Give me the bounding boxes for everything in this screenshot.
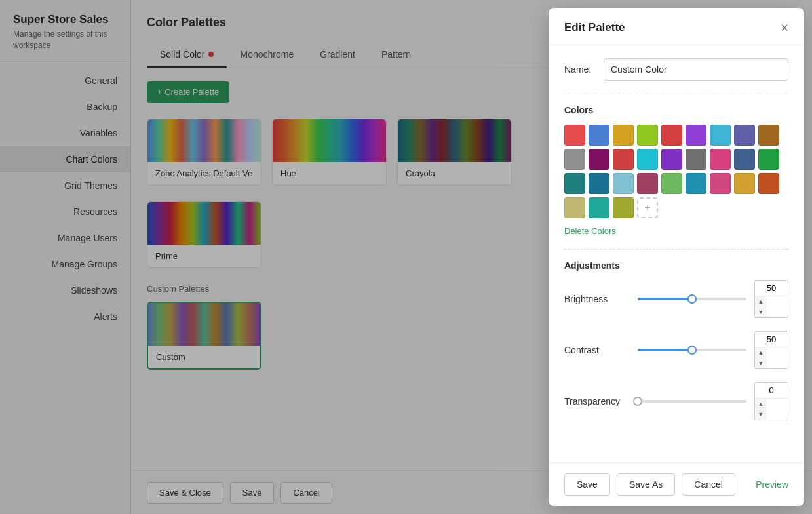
brightness-track [638, 298, 746, 300]
color-swatch-6[interactable] [686, 125, 706, 146]
color-swatch-27[interactable] [758, 173, 779, 194]
transparency-arrows: ▲ ▼ [755, 399, 788, 420]
brightness-down-arrow[interactable]: ▼ [755, 307, 767, 317]
color-swatch-29[interactable] [589, 197, 609, 218]
contrast-value-box: ▲ ▼ [754, 331, 788, 369]
color-swatch-2[interactable] [589, 125, 609, 146]
adjustments-section: Adjustments Brightness ▲ ▼ Contr [564, 260, 788, 420]
color-swatch-20[interactable] [589, 173, 609, 194]
contrast-down-arrow[interactable]: ▼ [755, 358, 767, 368]
color-swatch-5[interactable] [661, 125, 682, 146]
color-swatch-18[interactable] [758, 149, 779, 170]
color-swatch-17[interactable] [734, 149, 755, 170]
color-swatch-4[interactable] [637, 125, 658, 146]
modal-cancel-button[interactable]: Cancel [682, 473, 735, 496]
color-swatch-22[interactable] [637, 173, 658, 194]
transparency-label: Transparency [564, 396, 630, 406]
divider-1 [564, 94, 788, 94]
name-field-row: Name: [564, 58, 788, 81]
modal-header: Edit Palette × [549, 8, 804, 45]
color-swatch-10[interactable] [564, 149, 585, 170]
color-swatch-13[interactable] [637, 149, 658, 170]
color-swatch-7[interactable] [710, 125, 731, 146]
contrast-up-arrow[interactable]: ▲ [755, 347, 767, 358]
contrast-arrows: ▲ ▼ [755, 347, 788, 368]
transparency-row: Transparency ▲ ▼ [564, 382, 788, 420]
color-swatch-25[interactable] [710, 173, 731, 194]
color-swatch-11[interactable] [589, 149, 609, 170]
brightness-fill [638, 298, 692, 300]
contrast-fill [638, 349, 692, 351]
color-swatch-30[interactable] [613, 197, 634, 218]
name-label: Name: [564, 64, 604, 75]
transparency-track [638, 400, 746, 403]
modal-body: Name: Colors [549, 45, 804, 462]
color-swatch-15[interactable] [686, 149, 706, 170]
color-swatch-24[interactable] [686, 173, 706, 194]
brightness-value-input[interactable] [755, 281, 788, 296]
brightness-row: Brightness ▲ ▼ [564, 280, 788, 318]
color-swatch-1[interactable] [564, 125, 585, 146]
contrast-track [638, 349, 746, 351]
color-swatch-16[interactable] [710, 149, 731, 170]
transparency-value-input[interactable] [755, 383, 788, 399]
color-swatch-8[interactable] [734, 125, 755, 146]
transparency-thumb[interactable] [633, 397, 642, 406]
transparency-up-arrow[interactable]: ▲ [755, 399, 767, 409]
color-swatch-9[interactable] [758, 125, 779, 146]
color-swatch-12[interactable] [613, 149, 634, 170]
color-swatch-14[interactable] [661, 149, 682, 170]
color-swatch-26[interactable] [734, 173, 755, 194]
divider-2 [564, 249, 788, 250]
delete-colors-link[interactable]: Delete Colors [564, 226, 788, 236]
contrast-label: Contrast [564, 345, 630, 355]
adjustments-label: Adjustments [564, 260, 788, 271]
contrast-row: Contrast ▲ ▼ [564, 331, 788, 369]
brightness-arrows: ▲ ▼ [755, 296, 788, 317]
add-color-button[interactable]: + [637, 197, 658, 218]
edit-palette-modal: Edit Palette × Name: Colors [549, 8, 804, 506]
modal-preview-button[interactable]: Preview [756, 479, 788, 490]
name-input[interactable] [604, 58, 788, 81]
brightness-up-arrow[interactable]: ▲ [755, 296, 767, 307]
brightness-label: Brightness [564, 294, 630, 304]
contrast-value-input[interactable] [755, 332, 788, 347]
modal-title: Edit Palette [564, 21, 625, 34]
transparency-value-box: ▲ ▼ [754, 382, 788, 420]
transparency-down-arrow[interactable]: ▼ [755, 409, 767, 420]
modal-save-button[interactable]: Save [564, 473, 610, 496]
contrast-thumb[interactable] [687, 346, 697, 355]
color-swatch-21[interactable] [613, 173, 634, 194]
modal-close-button[interactable]: × [781, 21, 788, 34]
color-swatch-28[interactable] [564, 197, 585, 218]
modal-footer: Save Save As Cancel Preview [549, 462, 804, 506]
color-swatch-23[interactable] [661, 173, 682, 194]
brightness-thumb[interactable] [687, 294, 697, 304]
brightness-value-box: ▲ ▼ [754, 280, 788, 318]
colors-section-label: Colors [564, 105, 788, 115]
color-swatch-19[interactable] [564, 173, 585, 194]
color-grid: + [564, 125, 788, 218]
color-swatch-3[interactable] [613, 125, 634, 146]
modal-save-as-button[interactable]: Save As [617, 473, 675, 496]
